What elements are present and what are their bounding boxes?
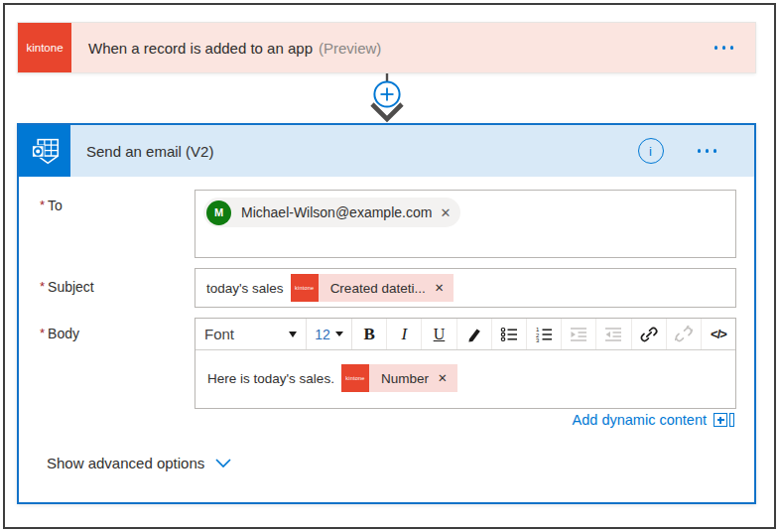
token-label: Number — [381, 371, 429, 386]
info-icon[interactable]: i — [638, 138, 664, 164]
bullet-list-button[interactable] — [492, 319, 527, 349]
add-dynamic-content-link[interactable]: Add dynamic content — [573, 412, 734, 428]
trigger-title-area: When a record is added to an app (Previe… — [71, 23, 755, 72]
remove-token-icon[interactable]: ✕ — [438, 371, 448, 385]
recipient-chip[interactable]: M Michael-Wilson@example.com ✕ — [203, 198, 460, 227]
trigger-more-options-icon[interactable] — [714, 46, 734, 50]
rich-text-toolbar: Font 12 B I U — [195, 319, 735, 350]
token-label: Created dateti... — [330, 281, 426, 296]
decrease-indent-button — [596, 319, 631, 349]
pen-icon — [466, 327, 482, 342]
subject-input[interactable]: today's sales kintone Created dateti... … — [195, 268, 736, 308]
action-card-send-email: Send an email (V2) i *To M Michael-Wilso… — [17, 123, 756, 504]
text-color-pen-button[interactable] — [457, 319, 492, 349]
code-view-button[interactable]: </> — [702, 319, 735, 349]
italic-button[interactable]: I — [387, 319, 422, 349]
dynamic-token-created-datetime[interactable]: kintone Created dateti... ✕ — [291, 274, 454, 302]
body-content-area[interactable]: Here is today's sales. kintone Number ✕ — [195, 350, 735, 392]
trigger-preview-badge: (Preview) — [319, 40, 381, 57]
action-more-options-icon[interactable] — [698, 149, 717, 153]
remove-token-icon[interactable]: ✕ — [435, 281, 445, 295]
kintone-token-icon: kintone — [341, 364, 369, 392]
to-input[interactable]: M Michael-Wilson@example.com ✕ — [195, 190, 736, 258]
subject-label: *Subject — [40, 279, 94, 295]
numbered-list-button[interactable]: 1 2 3 — [527, 319, 562, 349]
trigger-title: When a record is added to an app — [88, 40, 313, 57]
underline-button[interactable]: U — [422, 319, 456, 349]
increase-indent-button — [562, 319, 596, 349]
body-rich-text-editor: Font 12 B I U — [195, 318, 736, 409]
dynamic-token-number[interactable]: kintone Number ✕ — [341, 364, 457, 392]
svg-text:3: 3 — [536, 337, 540, 342]
kintone-token-icon: kintone — [291, 274, 319, 302]
trigger-card-kintone[interactable]: kintone When a record is added to an app… — [17, 22, 756, 73]
recipient-email: Michael-Wilson@example.com — [241, 204, 432, 220]
chevron-down-icon — [289, 332, 297, 337]
outlook-connector-icon — [19, 125, 70, 177]
flow-designer-canvas: kintone When a record is added to an app… — [0, 0, 779, 532]
recipient-avatar: M — [206, 200, 231, 225]
step-connector — [366, 73, 408, 123]
body-text: Here is today's sales. — [207, 371, 334, 386]
kintone-connector-icon: kintone — [18, 23, 71, 72]
to-label: *To — [40, 198, 63, 213]
add-dynamic-content-icon — [714, 413, 734, 427]
chevron-down-icon — [215, 459, 231, 467]
link-icon — [640, 326, 658, 343]
kintone-icon-label: kintone — [26, 42, 63, 54]
insert-link-button[interactable] — [632, 319, 667, 349]
font-family-dropdown[interactable]: Font — [195, 319, 307, 349]
outdent-icon — [604, 327, 622, 342]
remove-link-button — [667, 319, 702, 349]
show-advanced-options-toggle[interactable]: Show advanced options — [47, 455, 231, 471]
action-card-header[interactable]: Send an email (V2) i — [19, 125, 754, 177]
indent-icon — [570, 327, 587, 342]
bullet-list-icon — [500, 327, 518, 342]
remove-recipient-icon[interactable]: ✕ — [440, 205, 451, 220]
unlink-icon — [675, 326, 693, 343]
chevron-down-icon — [335, 332, 343, 336]
subject-text: today's sales — [206, 281, 284, 296]
body-label: *Body — [40, 326, 79, 341]
action-title: Send an email (V2) — [86, 143, 213, 160]
bold-button[interactable]: B — [352, 319, 387, 349]
numbered-list-icon: 1 2 3 — [535, 327, 553, 342]
action-title-area: Send an email (V2) i — [70, 125, 754, 177]
insert-step-button[interactable] — [374, 81, 399, 106]
action-card-body: *To M Michael-Wilson@example.com ✕ *Subj… — [19, 177, 754, 502]
font-size-dropdown[interactable]: 12 — [307, 319, 352, 349]
